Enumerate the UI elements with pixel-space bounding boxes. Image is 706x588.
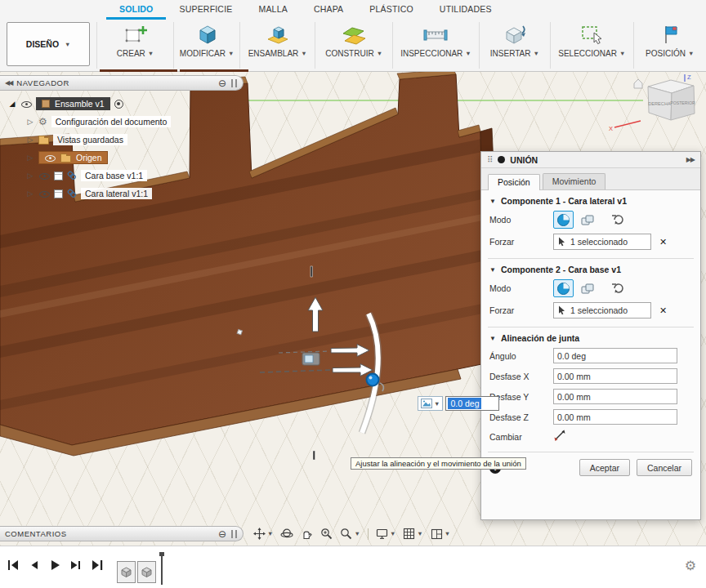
expander-icon[interactable]: ▷ [26, 172, 34, 180]
mode-between-faces-button[interactable] [609, 211, 629, 229]
joint-align-options-button[interactable]: ▼ [418, 396, 443, 411]
mode-simple-button[interactable] [553, 211, 574, 229]
collapse-left-icon[interactable]: ◀◀ [5, 79, 11, 87]
root-component-chip[interactable]: Ensamble v1 [36, 97, 110, 110]
home-icon[interactable] [634, 79, 642, 88]
zoom-button[interactable] [320, 528, 333, 540]
timeline-joint-feature[interactable] [117, 561, 136, 583]
viewport-layout-button[interactable]: ▼ [431, 528, 450, 540]
toolbar-group-insert[interactable]: INSERTAR▼ [480, 20, 551, 71]
minimize-panel-icon[interactable]: ⊖ [218, 529, 226, 539]
view-cube[interactable]: DERECHA POSTERIOR X Z [609, 74, 695, 132]
minimize-panel-icon[interactable]: ⊖ [218, 78, 226, 88]
tab-movimiento[interactable]: Movimiento [543, 173, 606, 189]
group-label: INSPECCIONAR [400, 49, 462, 58]
dock-panel-icon[interactable]: ▶▶ [686, 156, 695, 163]
snap-selection-box[interactable]: 1 seleccionado [553, 234, 651, 250]
navigator-header[interactable]: ◀◀ NAVEGADOR ⊖ [0, 75, 244, 91]
tree-row[interactable]: ▷ Cara lateral v1:1 [0, 185, 247, 203]
clear-selection-button[interactable]: ✕ [659, 237, 667, 247]
section-collapse-icon[interactable]: ▼ [489, 198, 496, 205]
visibility-eye-icon[interactable] [38, 189, 50, 198]
origin-highlight-chip[interactable]: Origen [38, 151, 108, 164]
tree-row[interactable]: ▷ Vistas guardadas [0, 131, 247, 149]
toolbar-group-inspect[interactable]: INSPECCIONAR▼ [393, 20, 478, 71]
offset-z-field[interactable] [553, 409, 677, 425]
toolbar-group-create[interactable]: CREAR▼ [97, 20, 172, 71]
snap-value: 1 seleccionado [570, 305, 628, 315]
timeline-playhead[interactable] [161, 554, 163, 585]
cursor-icon [558, 305, 566, 315]
timeline-settings-gear-icon[interactable]: ⚙ [685, 558, 696, 573]
toolbar-group-assemble[interactable]: ENSAMBLAR▼ [240, 20, 315, 71]
pan-hand-button[interactable] [301, 528, 313, 540]
visibility-eye-icon[interactable] [38, 171, 50, 180]
tab-chapa[interactable]: CHAPA [301, 0, 356, 20]
tree-row[interactable]: ▷ Cara base v1:1 [0, 167, 247, 185]
offset-y-field[interactable] [553, 389, 677, 404]
expander-icon[interactable]: ▷ [26, 118, 34, 126]
display-settings-button[interactable]: ▼ [376, 528, 395, 540]
section-collapse-icon[interactable]: ▼ [489, 266, 496, 274]
section-component1[interactable]: ▼ Componente 1 - Cara lateral v1 [481, 190, 700, 208]
panel-drag-grip[interactable] [231, 79, 237, 87]
flip-button[interactable] [553, 430, 566, 443]
comments-header[interactable]: COMENTARIOS ⊖ [0, 526, 244, 541]
tree-row[interactable]: ▷ ⚙ Configuración del documento [0, 113, 247, 131]
group-label: MODIFICAR [180, 49, 226, 58]
play-button[interactable] [50, 560, 60, 570]
accept-button[interactable]: Aceptar [579, 459, 630, 476]
tab-solido[interactable]: SOLIDO [106, 0, 166, 20]
mode-label: Modo [489, 283, 553, 293]
go-to-start-button[interactable] [8, 560, 19, 570]
tab-malla[interactable]: MALLA [245, 0, 300, 20]
scope-target-icon[interactable] [114, 100, 123, 109]
expander-icon[interactable]: ▷ [26, 189, 34, 198]
snap-selection-box[interactable]: 1 seleccionado [553, 302, 651, 318]
tab-plastico[interactable]: PLÁSTICO [356, 0, 427, 20]
tree-row-root[interactable]: ◢ Ensamble v1 [0, 95, 247, 113]
expander-icon[interactable]: ▷ [26, 136, 34, 144]
toolbar-group-select[interactable]: SELECCIONAR▼ [551, 20, 632, 71]
expander-icon[interactable]: ▷ [26, 154, 34, 162]
visibility-eye-icon[interactable] [44, 153, 56, 163]
mode-planar-button[interactable] [578, 279, 598, 297]
viewport[interactable]: DERECHA POSTERIOR X Z ◀◀ NAVEGADOR ⊖ ◢ E… [0, 72, 706, 546]
toolbar-group-construct[interactable]: CONSTRUIR▼ [315, 20, 392, 71]
joint-snapshot-icon[interactable] [302, 353, 319, 365]
panel-drag-grip[interactable] [231, 530, 237, 538]
tree-row-origin[interactable]: ▷ Origen [0, 149, 247, 167]
mode-planar-button[interactable] [578, 211, 598, 229]
cancel-button[interactable]: Cancelar [637, 459, 692, 476]
section-title: Componente 1 - Cara lateral v1 [501, 196, 627, 206]
fit-view-button[interactable]: ▼ [340, 528, 360, 540]
navigator-panel: ◀◀ NAVEGADOR ⊖ ◢ Ensamble v1 ▷ ⚙ Configu… [0, 75, 247, 203]
mode-simple-button[interactable] [553, 279, 574, 297]
drag-handle-icon[interactable]: ⠿ [487, 155, 493, 164]
pan-orbit-button[interactable]: ▼ [253, 528, 273, 540]
dialog-header[interactable]: ⠿ UNIÓN ▶▶ [481, 152, 700, 168]
section-collapse-icon[interactable]: ▼ [489, 335, 496, 342]
angle-field[interactable] [553, 348, 677, 363]
tab-utilidades[interactable]: UTILIDADES [427, 0, 505, 20]
tab-posicion[interactable]: Posición [488, 174, 540, 190]
mode-between-faces-button[interactable] [609, 279, 629, 297]
orbit-button[interactable] [280, 528, 293, 540]
expander-icon[interactable]: ◢ [8, 100, 16, 108]
step-forward-button[interactable] [70, 560, 81, 570]
tab-superficie[interactable]: SUPERFICIE [166, 0, 245, 20]
section-component2[interactable]: ▼ Componente 2 - Cara base v1 [481, 259, 700, 277]
toolbar-group-modify[interactable]: MODIFICAR▼ [174, 20, 240, 71]
toolbar-group-position[interactable]: POSICIÓN▼ [633, 20, 706, 71]
section-title: Alineación de junta [501, 333, 579, 343]
section-alignment[interactable]: ▼ Alineación de junta [481, 327, 700, 345]
step-back-button[interactable] [29, 560, 39, 570]
workspace-selector-button[interactable]: DISEÑO ▼ [7, 22, 90, 66]
clear-selection-button[interactable]: ✕ [659, 305, 667, 316]
grid-snap-button[interactable]: ▼ [403, 528, 422, 540]
angle-input[interactable]: 0.0 deg [445, 396, 499, 411]
offset-x-field[interactable] [553, 368, 677, 384]
timeline-joint-feature[interactable] [137, 561, 156, 583]
visibility-eye-icon[interactable] [20, 99, 32, 109]
go-to-end-button[interactable] [92, 560, 103, 570]
